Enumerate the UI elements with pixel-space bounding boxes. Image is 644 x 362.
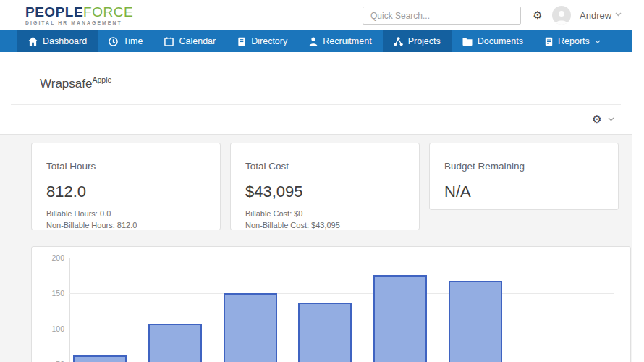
card-detail: Non-Billable Hours: 812.0 <box>46 220 206 232</box>
page-title: WrapsafeApple <box>40 75 111 91</box>
title-section: WrapsafeApple ⚙ <box>0 52 632 135</box>
nav-item-directory[interactable]: Directory <box>226 30 298 52</box>
chart-bar <box>73 355 127 362</box>
home-icon <box>28 37 38 46</box>
directory-icon <box>237 37 246 46</box>
card-detail: Non-Billable Cost: $43,095 <box>245 220 404 232</box>
nav-item-label: Dashboard <box>43 36 87 46</box>
chart-bar <box>224 293 277 362</box>
logo-text-primary: PEOPLE <box>25 4 83 20</box>
page: PEOPLEFORCE DIGITAL HR MANAGEMENT ⚙ Andr… <box>0 0 632 362</box>
card-value: $43,095 <box>245 182 404 201</box>
chart-gridline <box>69 293 614 294</box>
card-detail: Billable Hours: 0.0 <box>46 209 206 220</box>
nav-item-label: Calendar <box>179 36 216 46</box>
report-file-icon <box>545 37 553 46</box>
chart-plot-area: 20015010050 <box>32 247 630 362</box>
top-header: PEOPLEFORCE DIGITAL HR MANAGEMENT ⚙ Andr… <box>0 0 632 30</box>
folder-icon <box>462 37 473 46</box>
nav-item-label: Projects <box>408 36 441 46</box>
nav-item-documents[interactable]: Documents <box>452 30 534 52</box>
nav-item-label: Directory <box>251 36 287 46</box>
avatar[interactable] <box>552 6 571 25</box>
chart-bar <box>298 303 352 362</box>
nav-item-label: Reports <box>558 36 590 46</box>
divider <box>11 104 621 105</box>
card-value: N/A <box>444 182 603 201</box>
chevron-down-icon[interactable] <box>615 12 622 17</box>
gear-icon[interactable]: ⚙ <box>528 5 548 25</box>
projects-icon <box>394 37 403 46</box>
chevron-down-icon[interactable] <box>608 117 614 122</box>
card-detail: Billable Cost: $0 <box>245 209 404 220</box>
nav-item-calendar[interactable]: Calendar <box>153 30 226 52</box>
card-title: Total Hours <box>46 161 206 172</box>
project-name: Wrapsafe <box>40 77 92 90</box>
calendar-icon <box>164 37 174 46</box>
nav-item-reports[interactable]: Reports <box>534 30 611 52</box>
logo-text-secondary: FORCE <box>83 4 133 20</box>
main-nav: Dashboard Time Calendar Directory Recrui… <box>0 30 632 52</box>
chart-gridline <box>69 258 614 258</box>
chart-bar <box>449 281 502 362</box>
card-value: 812.0 <box>46 182 206 201</box>
nav-item-label: Time <box>123 36 143 46</box>
logo-tagline: DIGITAL HR MANAGEMENT <box>25 21 133 26</box>
user-menu-name[interactable]: Andrew <box>580 10 611 21</box>
chart-ytick-label: 100 <box>35 324 64 333</box>
chart-bar <box>373 275 427 362</box>
person-silhouette-icon <box>554 9 569 25</box>
card-title: Budget Remaining <box>444 161 603 172</box>
nav-item-dashboard[interactable]: Dashboard <box>17 30 98 52</box>
nav-item-projects[interactable]: Projects <box>383 30 452 52</box>
chart-bar <box>148 324 202 362</box>
settings-gear-icon[interactable]: ⚙ <box>588 110 606 129</box>
chart-ytick-label: 200 <box>35 253 64 262</box>
budget-remaining-card: Budget Remaining N/A <box>429 143 619 210</box>
chart-y-axis <box>69 258 70 362</box>
nav-item-recruitment[interactable]: Recruitment <box>298 30 382 52</box>
nav-item-label: Recruitment <box>323 36 371 46</box>
search-input[interactable] <box>363 7 521 25</box>
chart-ytick-label: 150 <box>35 289 64 298</box>
peopleforce-logo[interactable]: PEOPLEFORCE DIGITAL HR MANAGEMENT <box>25 5 133 26</box>
chevron-down-icon <box>595 40 601 43</box>
project-company: Apple <box>92 75 111 84</box>
nav-item-label: Documents <box>478 36 523 46</box>
card-title: Total Cost <box>245 161 404 172</box>
hours-bar-chart: 20015010050 <box>31 246 631 362</box>
total-hours-card: Total Hours 812.0 Billable Hours: 0.0 No… <box>31 143 221 230</box>
total-cost-card: Total Cost $43,095 Billable Cost: $0 Non… <box>230 143 420 230</box>
clock-icon <box>109 37 118 46</box>
logo-text: PEOPLEFORCE <box>25 5 133 19</box>
nav-item-time[interactable]: Time <box>98 30 153 52</box>
recruitment-icon <box>309 37 318 46</box>
content-area: Total Hours 812.0 Billable Hours: 0.0 No… <box>0 135 632 362</box>
